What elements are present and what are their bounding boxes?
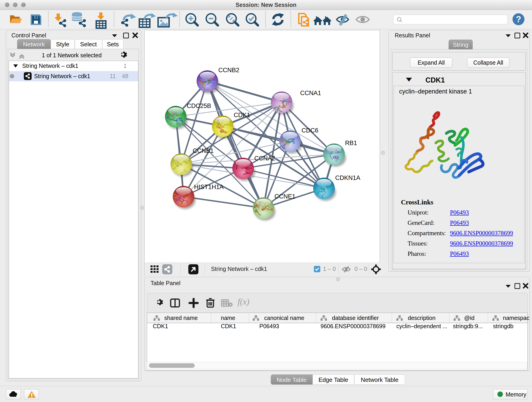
svg-text:CDC25B: CDC25B [187,102,211,109]
svg-text:CCNB1: CCNB1 [193,147,214,154]
svg-text:RB1: RB1 [345,140,357,147]
svg-text:CDC6: CDC6 [302,127,318,134]
svg-text:CDK1: CDK1 [234,112,250,119]
svg-text:CDKN1A: CDKN1A [335,174,360,181]
svg-text:HIST1H1A: HIST1H1A [194,184,224,191]
svg-text:CCNA1: CCNA1 [300,89,321,96]
svg-text:CCNA2: CCNA2 [254,155,275,162]
svg-text:CCNB2: CCNB2 [218,67,239,74]
svg-text:CCNE1: CCNE1 [274,193,296,200]
